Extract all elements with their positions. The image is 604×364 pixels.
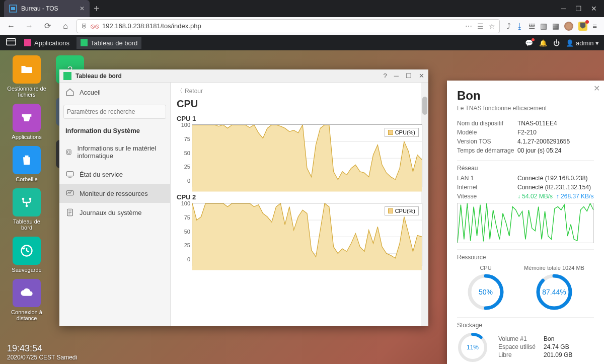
- sidebar-home[interactable]: Accueil: [59, 83, 170, 102]
- browser-tab-active[interactable]: Bureau - TOS ✕: [4, 0, 90, 17]
- tray-bell-icon[interactable]: 🔔: [539, 39, 547, 47]
- dashboard-window-title: Tableau de bord: [76, 72, 122, 80]
- tab-close-icon[interactable]: ✕: [80, 5, 85, 12]
- taskbar-apps-button[interactable]: Applications: [20, 37, 73, 49]
- sidebar-item-monitor[interactable]: Moniteur de ressources: [59, 184, 170, 203]
- sidebar-item-logs[interactable]: Journaux du système: [59, 203, 170, 222]
- status-subtitle: Le TNAS fonctionne efficacement: [457, 105, 594, 112]
- svg-point-5: [26, 205, 28, 207]
- ext-download-icon[interactable]: ⭳: [516, 22, 523, 31]
- tos-taskbar: Applications Tableau de bord 💬 🔔 ⏻ 👤 adm…: [0, 35, 604, 50]
- tray-power-icon[interactable]: ⏻: [553, 39, 560, 47]
- desktop-icon-files[interactable]: Gestionnaire de fichiers: [7, 55, 46, 98]
- cpu2-label: CPU 2: [177, 193, 422, 201]
- ext-library-icon[interactable]: 𝍎: [528, 22, 535, 31]
- storage-gauge: 11%: [457, 332, 488, 363]
- nav-forward-icon: →: [22, 19, 36, 33]
- sidebar-search-input[interactable]: [63, 105, 166, 119]
- browser-titlebar: Bureau - TOS ✕ + ─ ☐ ✕: [0, 0, 604, 17]
- new-tab-button[interactable]: +: [94, 3, 100, 15]
- tray-chat-icon[interactable]: 💬: [525, 39, 533, 47]
- svg-rect-10: [66, 172, 73, 176]
- svg-rect-8: [66, 150, 71, 155]
- svg-rect-1: [11, 7, 15, 10]
- noscript-icon[interactable]: ⦸⦸: [91, 22, 99, 30]
- cpu1-label: CPU 1: [177, 115, 422, 122]
- reader-icon[interactable]: ☰: [477, 22, 484, 30]
- nav-back-icon[interactable]: ←: [4, 19, 18, 33]
- network-chart: [457, 203, 594, 243]
- desktop-clock: 19:43:54 2020/07/25 CEST Samedi: [7, 343, 77, 361]
- dashboard-window: Tableau de bord ? ─ ☐ ✕ Accueil Informat…: [59, 69, 428, 326]
- tray-user-menu[interactable]: 👤 admin ▾: [566, 39, 599, 47]
- sidebar-item-hardware[interactable]: Informations sur le matériel informatiqu…: [59, 139, 170, 165]
- memory-gauge: Mémoire totale 1024 MB 87.44%: [524, 265, 584, 311]
- sidebar-section-header: Information du Système: [59, 122, 170, 139]
- window-close-icon[interactable]: ✕: [591, 5, 597, 13]
- ext-shield-icon[interactable]: ⛊: [578, 22, 587, 31]
- nav-reload-icon[interactable]: ⟳: [40, 19, 54, 33]
- bookmark-star-icon[interactable]: ☆: [489, 22, 495, 30]
- window-minimize-icon[interactable]: ─: [394, 72, 399, 80]
- svg-rect-2: [7, 39, 16, 45]
- ext-avatar-icon[interactable]: [564, 22, 573, 31]
- page-title: CPU: [177, 98, 422, 110]
- desktop-icon-apps[interactable]: Applications: [7, 104, 46, 140]
- content-scrollbar[interactable]: [421, 83, 428, 326]
- desktop-icon-dashboard[interactable]: Tableau de bord: [7, 188, 46, 231]
- dashboard-window-icon: [63, 72, 71, 80]
- url-bar[interactable]: ⛨ ⦸⦸ ⋯ ☰ ☆: [77, 19, 500, 33]
- status-title: Bon: [457, 89, 594, 103]
- svg-point-4: [29, 198, 32, 200]
- dashboard-content: 〈 Retour CPU CPU 1 1007550250 CPU(%) CPU…: [171, 83, 428, 326]
- browser-navbar: ← → ⟳ ⌂ ⛨ ⦸⦸ ⋯ ☰ ☆ ⤴ ⭳ 𝍎 ▥ ▦ ⛊ ≡: [0, 17, 604, 35]
- cpu-gauge: CPU 50%: [467, 265, 505, 311]
- tab-title: Bureau - TOS: [21, 5, 58, 12]
- sidebar-item-service[interactable]: État du service: [59, 165, 170, 184]
- shield-icon[interactable]: ⛨: [81, 22, 88, 30]
- cpu1-chart: 1007550250 CPU(%): [192, 124, 422, 187]
- window-maximize-icon[interactable]: ☐: [575, 5, 582, 13]
- status-section-network: Réseau: [457, 160, 594, 172]
- ext-send-icon[interactable]: ⤴: [507, 22, 511, 31]
- window-minimize-icon[interactable]: ─: [561, 5, 566, 13]
- status-panel: ✕ Bon Le TNAS fonctionne efficacement No…: [447, 81, 604, 364]
- desktop-icon-trash[interactable]: Corbeille: [7, 146, 46, 182]
- window-help-icon[interactable]: ?: [384, 72, 387, 80]
- ext-sidebar-icon[interactable]: ▥: [540, 22, 547, 31]
- window-maximize-icon[interactable]: ☐: [406, 72, 412, 80]
- dashboard-sidebar: Accueil Information du Système Informati…: [59, 83, 171, 326]
- desktop-icon-backup[interactable]: Sauvegarde: [7, 237, 46, 273]
- nav-home-icon[interactable]: ⌂: [58, 19, 72, 33]
- desktop-icon-remote[interactable]: Connexion à distance: [7, 279, 46, 321]
- url-input[interactable]: [102, 22, 462, 30]
- dashboard-window-titlebar[interactable]: Tableau de bord ? ─ ☐ ✕: [59, 69, 428, 83]
- back-button[interactable]: 〈 Retour: [177, 87, 422, 95]
- page-actions-icon[interactable]: ⋯: [465, 22, 472, 30]
- window-controls: ─ ☐ ✕: [554, 5, 604, 13]
- cpu1-legend: CPU(%): [385, 128, 419, 137]
- taskbar-dashboard-button[interactable]: Tableau de bord: [77, 37, 141, 49]
- status-section-resource: Ressource: [457, 249, 594, 261]
- svg-rect-9: [67, 151, 69, 153]
- status-panel-close-icon[interactable]: ✕: [593, 84, 600, 93]
- window-close-icon[interactable]: ✕: [419, 72, 424, 80]
- tos-logo-icon[interactable]: [5, 37, 17, 49]
- cpu2-chart: 1007550250 CPU(%): [192, 203, 422, 266]
- svg-point-3: [22, 198, 25, 200]
- status-section-storage: Stockage: [457, 317, 594, 329]
- tab-favicon: [9, 5, 17, 13]
- cpu2-legend: CPU(%): [385, 206, 419, 215]
- browser-menu-icon[interactable]: ≡: [592, 22, 597, 31]
- ext-grid-icon[interactable]: ▦: [552, 22, 559, 31]
- tos-desktop: Applications Tableau de bord 💬 🔔 ⏻ 👤 adm…: [0, 35, 604, 364]
